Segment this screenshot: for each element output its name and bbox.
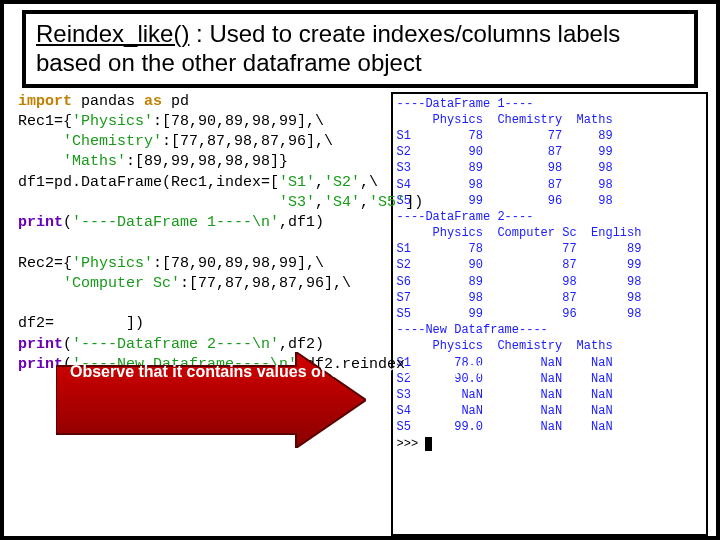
output-header-3: ----New Dataframe----	[397, 322, 702, 338]
content-area: import pandas as pd Rec1={'Physics':[78,…	[4, 92, 716, 536]
callout-arrow: Observe that it contains values of commo…	[56, 352, 366, 448]
code-panel: import pandas as pd Rec1={'Physics':[78,…	[18, 92, 391, 536]
slide: { "title": { "part1": "Reindex_like()", …	[0, 0, 720, 540]
output-table-1: Physics Chemistry Maths S1 78 77 89 S2 9…	[397, 112, 702, 209]
output-table-2: Physics Computer Sc English S1 78 77 89 …	[397, 225, 702, 322]
callout-text: Observe that it contains values of commo…	[70, 362, 302, 382]
output-table-3: Physics Chemistry Maths S1 78.0 NaN NaN …	[397, 338, 702, 435]
output-header-1: ----DataFrame 1----	[397, 96, 702, 112]
slide-title: Reindex_like() : Used to create indexes/…	[22, 10, 698, 88]
title-function: Reindex_like()	[36, 20, 189, 47]
cursor-icon	[425, 437, 432, 451]
output-header-2: ----DataFrame 2----	[397, 209, 702, 225]
output-panel: ----DataFrame 1---- Physics Chemistry Ma…	[391, 92, 708, 536]
repl-prompt: >>>	[397, 436, 702, 452]
